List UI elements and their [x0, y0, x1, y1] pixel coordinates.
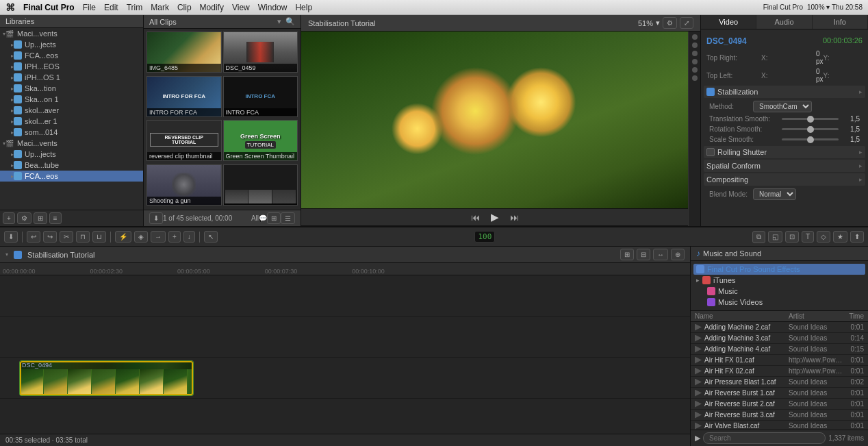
timeline-tracks[interactable]: DSC_0494 — [0, 275, 690, 434]
lib-item-iph-os1[interactable]: iPH...OS 1 — [0, 72, 143, 83]
lib-item-maci-vents2[interactable]: Maci...vents — [0, 138, 143, 149]
sound-item-0[interactable]: Adding Machine 2.caf Sound Ideas 0:01 — [691, 322, 868, 333]
source-itunes[interactable]: ▸ iTunes — [693, 275, 865, 286]
browser-layout-btn[interactable]: ⊞ — [267, 212, 281, 224]
sound-item-3[interactable]: Air Hit FX 01.caf http://www.Power... 0:… — [691, 355, 868, 366]
sound-item-9[interactable]: Air Valve Blast.caf Sound Ideas 0:01 — [691, 421, 868, 430]
source-sound-effects[interactable]: Final Cut Pro Sound Effects — [693, 264, 865, 275]
rolling-shutter-section[interactable]: Rolling Shutter ▸ — [704, 146, 865, 158]
source-music-videos[interactable]: Music Videos — [693, 297, 865, 308]
lib-item-iph-eos[interactable]: IPH...EOS — [0, 61, 143, 72]
transport-forward-btn[interactable]: ⏭ — [507, 212, 522, 223]
toolbar-append-btn[interactable]: + — [168, 231, 181, 243]
menu-edit[interactable]: Edit — [104, 3, 118, 12]
video-clip-dsc0494[interactable]: DSC_0494 — [19, 360, 194, 396]
clip-thumb-dsc0459[interactable]: DSC_0459 — [223, 32, 298, 73]
play-btn-5[interactable] — [695, 379, 702, 386]
lib-list-btn[interactable]: ≡ — [49, 212, 62, 224]
rolling-shutter-checkbox[interactable] — [706, 148, 715, 156]
timeline-expand-arrow[interactable] — [5, 251, 8, 258]
viewer-canvas[interactable] — [301, 32, 688, 208]
play-btn-9[interactable] — [695, 423, 702, 430]
viewer-zoom-arrow[interactable]: ▾ — [656, 18, 660, 27]
toolbar-connect-btn[interactable]: ◈ — [134, 231, 148, 243]
lib-item-som-014[interactable]: som...014 — [0, 127, 143, 138]
sound-item-8[interactable]: Air Reverse Burst 3.caf Sound Ideas 0:01 — [691, 410, 868, 421]
sound-item-4[interactable]: Air Hit FX 02.caf http://www.Power... 0:… — [691, 366, 868, 377]
clip-thumb-intro-fca-text[interactable]: INTRO FCA INTRO FCA — [223, 76, 298, 117]
timeline-btn2[interactable]: ⊟ — [637, 249, 650, 260]
sound-item-7[interactable]: Air Reverse Burst 2.caf Sound Ideas 0:01 — [691, 399, 868, 410]
lib-item-ska-on1[interactable]: Ska...on 1 — [0, 94, 143, 105]
play-btn-4[interactable] — [695, 368, 702, 375]
menu-window[interactable]: Window — [258, 3, 288, 12]
menu-clip[interactable]: Clip — [177, 3, 192, 12]
sound-item-1[interactable]: Adding Machine 3.caf Sound Ideas 0:14 — [691, 333, 868, 344]
timeline-btn1[interactable]: ⊞ — [620, 249, 634, 260]
lib-item-fca-eos[interactable]: FCA...eos — [0, 50, 143, 61]
timeline-btn3[interactable]: ↔ — [653, 249, 668, 260]
browser-search-btn[interactable]: 🔍 — [285, 17, 295, 26]
browser-add-btn[interactable]: ⬇ — [149, 212, 163, 224]
toolbar-undo-btn[interactable]: ↩ — [27, 231, 40, 243]
clip-thumb-tutorial[interactable] — [223, 164, 298, 206]
play-btn-0[interactable] — [695, 324, 702, 331]
clip-thumb-img6485[interactable]: IMG_6485 — [146, 32, 222, 73]
lib-settings-btn[interactable]: ⚙ — [17, 212, 31, 224]
translation-smooth-slider[interactable] — [782, 118, 839, 120]
browser-comment-btn[interactable]: 💬 — [259, 214, 267, 222]
clip-thumb-reversed[interactable]: REVERSED CLIP TUTORIAL reversed clip thu… — [146, 120, 222, 161]
lib-item-ska-tion[interactable]: Ska...tion — [0, 83, 143, 94]
sound-search-input[interactable] — [703, 432, 826, 444]
viewer-settings-btn[interactable]: ⚙ — [663, 17, 677, 29]
toolbar-paste-btn[interactable]: ⊔ — [92, 231, 106, 243]
lib-item-up-jects2[interactable]: Up...jects — [0, 149, 143, 160]
play-btn-1[interactable] — [695, 335, 702, 342]
play-btn-8[interactable] — [695, 412, 702, 419]
toolbar-trim-btn[interactable]: ◱ — [768, 231, 782, 243]
play-btn-7[interactable] — [695, 401, 702, 408]
lib-item-fca-eos2[interactable]: FCA...eos — [0, 171, 143, 182]
toolbar-select-btn[interactable]: ↖ — [204, 231, 218, 243]
lib-item-skol-aver[interactable]: skol...aver — [0, 105, 143, 116]
clip-thumb-green[interactable]: Green Screen TUTORIAL Green Screen Thumb… — [223, 120, 298, 161]
tab-video[interactable]: Video — [701, 15, 756, 29]
transport-play-btn[interactable]: ▶ — [488, 210, 502, 224]
stabilization-section[interactable]: Stabilization ▸ — [704, 86, 865, 98]
toolbar-text-btn[interactable]: T — [802, 231, 814, 243]
menu-file[interactable]: File — [83, 3, 96, 12]
clip-thumb-intro-fca[interactable]: INTRO FOR FCA INTRO FOR FCA — [146, 76, 222, 117]
toolbar-overwrite-btn[interactable]: ↓ — [183, 231, 195, 243]
toolbar-crop-btn[interactable]: ⊡ — [785, 231, 799, 243]
compositing-section[interactable]: Compositing ▸ — [704, 173, 865, 186]
method-select[interactable]: SmoothCam — [753, 101, 812, 112]
lib-grid-btn[interactable]: ⊞ — [34, 212, 47, 224]
lib-item-bea-tube[interactable]: Bea...tube — [0, 160, 143, 171]
menu-view[interactable]: View — [232, 3, 250, 12]
sound-item-5[interactable]: Air Pressure Blast 1.caf Sound Ideas 0:0… — [691, 377, 868, 388]
toolbar-transform-btn[interactable]: ⧉ — [752, 231, 765, 243]
toolbar-generators-btn[interactable]: ★ — [833, 231, 847, 243]
rotation-smooth-slider[interactable] — [782, 128, 839, 130]
source-music[interactable]: Music — [693, 286, 865, 297]
toolbar-copy-btn[interactable]: ⊓ — [76, 231, 90, 243]
timeline-btn4[interactable]: ⊕ — [671, 249, 685, 260]
toolbar-insert-btn[interactable]: → — [151, 231, 166, 243]
clip-thumb-shooting[interactable]: Shooting a gun — [146, 164, 222, 206]
spatial-conform-section[interactable]: Spatial Conform ▸ — [704, 160, 865, 172]
sound-item-2[interactable]: Adding Machine 4.caf Sound Ideas 0:15 — [691, 344, 868, 355]
play-btn-2[interactable] — [695, 346, 702, 353]
lib-add-btn[interactable]: + — [3, 212, 15, 224]
viewer-fullscreen-btn[interactable]: ⤢ — [680, 17, 693, 29]
browser-view-btn[interactable]: ☰ — [281, 212, 295, 224]
menu-help[interactable]: Help — [295, 3, 312, 12]
tab-audio[interactable]: Audio — [756, 15, 812, 29]
browser-filter-btn[interactable]: ▾ — [277, 17, 281, 26]
scale-smooth-slider[interactable] — [782, 138, 839, 140]
toolbar-cut-btn[interactable]: ✂ — [60, 231, 73, 243]
apple-menu[interactable]: ⌘ — [5, 2, 15, 13]
play-btn-3[interactable] — [695, 357, 702, 364]
lib-item-skol-er1[interactable]: skol...er 1 — [0, 116, 143, 127]
lib-item-maci-vents[interactable]: Maci...vents — [0, 28, 143, 39]
toolbar-blade-btn[interactable]: ⚡ — [115, 231, 131, 243]
